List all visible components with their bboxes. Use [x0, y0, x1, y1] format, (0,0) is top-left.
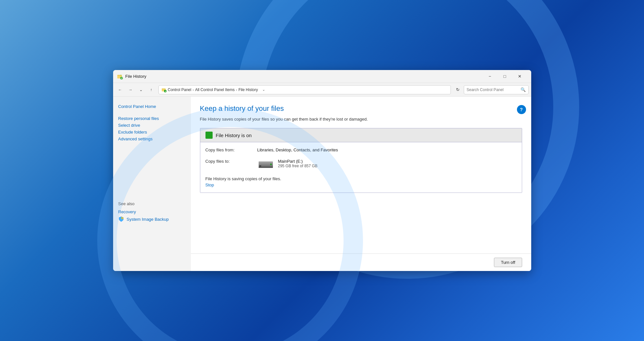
refresh-button[interactable]: ↻ [453, 85, 463, 94]
search-box: 🔍 [464, 85, 529, 94]
dropdown-button[interactable]: ⌄ [136, 85, 146, 94]
copy-to-row: Copy files to: [205, 159, 517, 170]
status-header: File History is on [200, 128, 522, 142]
copy-from-value: Libraries, Desktop, Contacts, and Favori… [257, 147, 338, 152]
svg-text:↺: ↺ [164, 90, 166, 92]
drive-info: MainPart (E:) 295 GB free of 857 GB [257, 159, 318, 170]
copy-to-label: Copy files to: [205, 159, 257, 170]
shield-icon [118, 216, 124, 222]
drive-text: MainPart (E:) 295 GB free of 857 GB [278, 159, 318, 168]
saving-info: File History is saving copies of your fi… [205, 176, 517, 187]
status-box: File History is on Copy files from: Libr… [200, 128, 522, 193]
help-button[interactable]: ? [517, 105, 526, 114]
page-heading: Keep a history of your files [200, 104, 522, 113]
content-area: Keep a history of your files File Histor… [191, 97, 531, 253]
bottom-bar: Turn off [191, 253, 531, 271]
title-bar-text: File History [125, 74, 483, 79]
svg-text:↺: ↺ [121, 77, 123, 79]
breadcrumb-bar: ↺ Control Panel › All Control Panel Item… [158, 85, 451, 94]
forward-button[interactable]: → [126, 85, 135, 94]
status-green-icon [205, 132, 213, 139]
sidebar-item-restore-personal-files[interactable]: Restore personal files [118, 115, 186, 122]
svg-rect-13 [259, 167, 273, 168]
content-wrapper: Keep a history of your files File Histor… [191, 97, 531, 271]
sidebar-item-exclude-folders[interactable]: Exclude folders [118, 129, 186, 135]
sidebar-item-recovery[interactable]: Recovery [118, 208, 186, 215]
close-button[interactable]: ✕ [512, 71, 527, 82]
copy-from-row: Copy files from: Libraries, Desktop, Con… [205, 147, 517, 152]
address-bar: ← → ⌄ ↑ ↺ Control Panel › All Control Pa… [113, 83, 531, 97]
sidebar-item-control-panel-home[interactable]: Control Panel Home [118, 103, 186, 110]
sidebar: Control Panel Home Restore personal file… [113, 97, 191, 271]
window-icon: ↺ [117, 74, 123, 79]
status-body: Copy files from: Libraries, Desktop, Con… [200, 142, 522, 193]
saving-text: File History is saving copies of your fi… [205, 176, 517, 181]
back-button[interactable]: ← [116, 85, 125, 94]
breadcrumb-home[interactable]: Control Panel [168, 88, 192, 92]
see-also-section: See also Recovery System Image Backup [118, 201, 186, 223]
search-input[interactable] [467, 88, 519, 92]
sidebar-item-select-drive[interactable]: Select drive [118, 122, 186, 129]
up-button[interactable]: ↑ [147, 85, 156, 94]
drive-storage: 295 GB free of 857 GB [278, 164, 318, 168]
breadcrumb-sep-2: › [236, 88, 237, 92]
see-also-label: See also [118, 201, 135, 206]
breadcrumb-home-icon: ↺ [161, 87, 167, 92]
stop-link[interactable]: Stop [205, 182, 517, 187]
breadcrumb-sep-1: › [193, 88, 194, 92]
turn-off-button[interactable]: Turn off [494, 258, 522, 267]
window-controls: − □ ✕ [483, 71, 527, 82]
main-layout: Control Panel Home Restore personal file… [113, 97, 531, 271]
maximize-button[interactable]: □ [498, 71, 512, 82]
file-history-window: ↺ File History − □ ✕ ← → ⌄ ↑ ↺ Control P… [113, 70, 531, 271]
breadcrumb-level3: File History [239, 88, 258, 92]
drive-name: MainPart (E:) [278, 159, 318, 164]
sidebar-item-advanced-settings[interactable]: Advanced settings [118, 135, 186, 142]
sidebar-item-system-image-backup-row: System Image Backup [118, 215, 186, 223]
svg-point-12 [270, 164, 272, 165]
minimize-button[interactable]: − [483, 71, 498, 82]
title-bar: ↺ File History − □ ✕ [113, 70, 531, 83]
breadcrumb: Control Panel › All Control Panel Items … [168, 88, 258, 92]
svg-rect-11 [259, 165, 261, 167]
sidebar-item-system-image-backup[interactable]: System Image Backup [127, 217, 169, 222]
copy-from-label: Copy files from: [205, 147, 257, 152]
search-button[interactable]: 🔍 [521, 87, 526, 92]
drive-icon [257, 159, 274, 170]
page-description: File History saves copies of your files … [200, 117, 522, 122]
breadcrumb-level2[interactable]: All Control Panel Items [195, 88, 235, 92]
status-title: File History is on [216, 133, 252, 138]
breadcrumb-dropdown-button[interactable]: ⌄ [261, 87, 267, 93]
